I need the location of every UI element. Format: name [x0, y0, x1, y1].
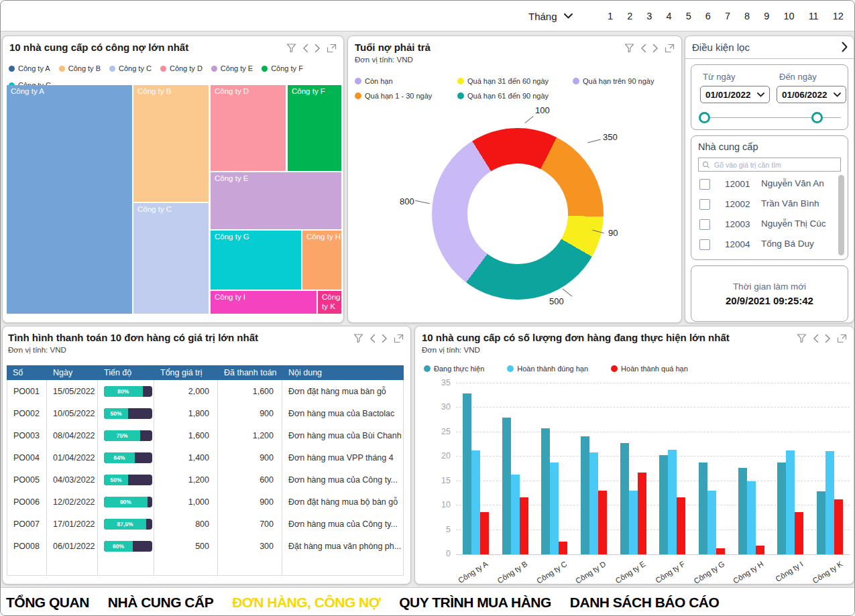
filter-icon[interactable]: [624, 44, 634, 53]
chevron-left-icon[interactable]: [369, 334, 376, 343]
chevron-left-icon[interactable]: [640, 44, 646, 53]
bar-Đang thực hiện[interactable]: [620, 443, 629, 554]
chevron-left-icon[interactable]: [302, 44, 308, 53]
date-slider-handle-end[interactable]: [811, 112, 823, 123]
treemap-block[interactable]: Công ty C: [133, 203, 209, 314]
checkbox[interactable]: [699, 199, 710, 210]
treemap-block[interactable]: Công ty E: [211, 172, 341, 229]
bar-Đang thực hiện[interactable]: [738, 468, 747, 554]
table-row[interactable]: PO00308/04/202275%1,6001,200Đơn hàng mua…: [7, 424, 404, 446]
table-row[interactable]: PO00115/05/202280%2,0001,600Đơn đặt hàng…: [7, 380, 404, 402]
treemap-block[interactable]: Công ty G: [211, 231, 301, 290]
bar-Hoàn thành quá hạn[interactable]: [480, 512, 489, 554]
donut-legend-item[interactable]: Còn hạn: [355, 77, 457, 85]
chevron-left-icon[interactable]: [813, 334, 819, 343]
donut-legend-item[interactable]: Quá hạn 61 đến 90 ngày: [457, 92, 573, 100]
bar-Hoàn thành quá hạn[interactable]: [638, 473, 646, 554]
bar-Hoàn thành đúng hạn[interactable]: [747, 481, 756, 554]
bar-Hoàn thành đúng hạn[interactable]: [511, 475, 520, 554]
bar-Hoàn thành đúng hạn[interactable]: [550, 463, 559, 554]
bar-Hoàn thành quá hạn[interactable]: [559, 542, 567, 554]
table-row[interactable]: PO00504/03/202250%1,200600Đơn hàng mua c…: [7, 469, 404, 491]
donut-legend-item[interactable]: Quá hạn trên 90 ngày: [573, 77, 654, 85]
treemap-block[interactable]: Công ty A: [7, 85, 132, 314]
nav-item[interactable]: NHÀ CUNG CẤP: [108, 595, 213, 611]
month-5[interactable]: 5: [686, 11, 691, 21]
month-11[interactable]: 11: [809, 11, 819, 21]
bar-Hoàn thành đúng hạn[interactable]: [825, 451, 834, 554]
supplier-search-input[interactable]: [713, 160, 837, 170]
bar-Hoàn thành quá hạn[interactable]: [677, 497, 685, 554]
bar-Hoàn thành quá hạn[interactable]: [834, 499, 843, 554]
bar-Đang thực hiện[interactable]: [777, 463, 786, 554]
nav-item[interactable]: DANH SÁCH BÁO CÁO: [570, 595, 720, 611]
bar-Hoàn thành quá hạn[interactable]: [716, 548, 725, 554]
treemap-legend-item[interactable]: Công ty B: [59, 64, 101, 72]
table-row[interactable]: PO00717/01/202287,5%800700Đơn hàng mua c…: [7, 513, 404, 535]
bar-Đang thực hiện[interactable]: [817, 491, 825, 554]
chevron-right-icon[interactable]: [382, 334, 388, 343]
month-12[interactable]: 12: [833, 11, 844, 21]
focus-mode-icon[interactable]: [837, 334, 847, 343]
donut-legend-item[interactable]: Quá hạn 31 đến 60 ngày: [457, 77, 573, 85]
month-7[interactable]: 7: [725, 11, 730, 21]
table-row[interactable]: PO00612/02/202290%1,000900Đơn đặt hàng m…: [7, 491, 404, 513]
focus-mode-icon[interactable]: [665, 44, 675, 53]
bar-Hoàn thành đúng hạn[interactable]: [707, 491, 716, 554]
month-4[interactable]: 4: [666, 11, 671, 21]
treemap-legend-item[interactable]: Công ty D: [160, 64, 203, 72]
bar-Đang thực hiện[interactable]: [699, 463, 707, 554]
treemap-legend-item[interactable]: Công ty E: [211, 64, 253, 72]
bar-Đang thực hiện[interactable]: [659, 455, 668, 554]
bar-Đang thực hiện[interactable]: [581, 436, 589, 554]
month-dropdown[interactable]: Tháng: [528, 1, 573, 32]
chevron-right-icon[interactable]: [315, 44, 321, 53]
month-8[interactable]: 8: [744, 11, 750, 21]
bar-Hoàn thành quá hạn[interactable]: [795, 512, 803, 554]
chevron-right-icon[interactable]: [842, 42, 848, 52]
bar-Hoàn thành đúng hạn[interactable]: [589, 452, 598, 554]
filter-icon[interactable]: [797, 334, 807, 343]
to-date-select[interactable]: 01/06/2022: [777, 86, 846, 103]
month-9[interactable]: 9: [764, 11, 769, 21]
from-date-select[interactable]: 01/01/2022: [700, 86, 770, 103]
table-row[interactable]: PO00806/01/202260%500300Đặt hàng mua văn…: [7, 535, 404, 557]
checkbox[interactable]: [699, 239, 710, 250]
bar-legend-item[interactable]: Đang thực hiện: [424, 365, 484, 373]
treemap-block[interactable]: Công ty D: [211, 85, 286, 171]
bar-Hoàn thành đúng hạn[interactable]: [471, 450, 480, 554]
treemap-block[interactable]: Công ty I: [211, 291, 317, 314]
treemap-legend-item[interactable]: Công ty C: [109, 64, 152, 72]
donut-legend-item[interactable]: Quá hạn 1 - 30 ngày: [355, 92, 457, 100]
filter-icon[interactable]: [353, 334, 363, 343]
month-10[interactable]: 10: [783, 11, 794, 21]
focus-mode-icon[interactable]: [394, 334, 404, 343]
bar-Hoàn thành đúng hạn[interactable]: [629, 491, 638, 554]
month-2[interactable]: 2: [627, 11, 632, 21]
bar-legend-item[interactable]: Hoàn thành quá hạn: [611, 365, 688, 373]
chevron-right-icon[interactable]: [652, 44, 659, 53]
bar-legend-item[interactable]: Hoàn thành đúng hạn: [507, 365, 588, 373]
bar-Hoàn thành đúng hạn[interactable]: [668, 450, 677, 554]
nav-item[interactable]: QUY TRÌNH MUA HÀNG: [399, 595, 551, 611]
bar-Đang thực hiện[interactable]: [502, 418, 511, 554]
treemap-block[interactable]: Công ty F: [288, 85, 341, 171]
month-3[interactable]: 3: [646, 11, 652, 21]
bar-Hoàn thành đúng hạn[interactable]: [786, 450, 795, 554]
checkbox[interactable]: [699, 219, 710, 230]
bar-Hoàn thành quá hạn[interactable]: [756, 546, 764, 554]
bar-Hoàn thành quá hạn[interactable]: [598, 491, 607, 554]
table-row[interactable]: PO00401/04/202264%1,400900Đơn hàng mua V…: [7, 446, 404, 469]
treemap-legend-item[interactable]: Công ty A: [9, 64, 50, 72]
scrollbar-thumb[interactable]: [838, 175, 844, 255]
checkbox[interactable]: [699, 179, 710, 190]
focus-mode-icon[interactable]: [327, 44, 337, 53]
nav-item[interactable]: TỔNG QUAN: [6, 595, 89, 611]
month-1[interactable]: 1: [608, 11, 613, 21]
table-row[interactable]: PO00210/05/202250%1,800900Đơn hàng mua c…: [7, 402, 404, 424]
date-slider-handle-start[interactable]: [699, 112, 710, 123]
treemap-block[interactable]: Công ty K: [318, 291, 341, 314]
bar-Đang thực hiện[interactable]: [541, 428, 550, 554]
filter-icon[interactable]: [286, 44, 296, 53]
chevron-right-icon[interactable]: [825, 334, 831, 343]
